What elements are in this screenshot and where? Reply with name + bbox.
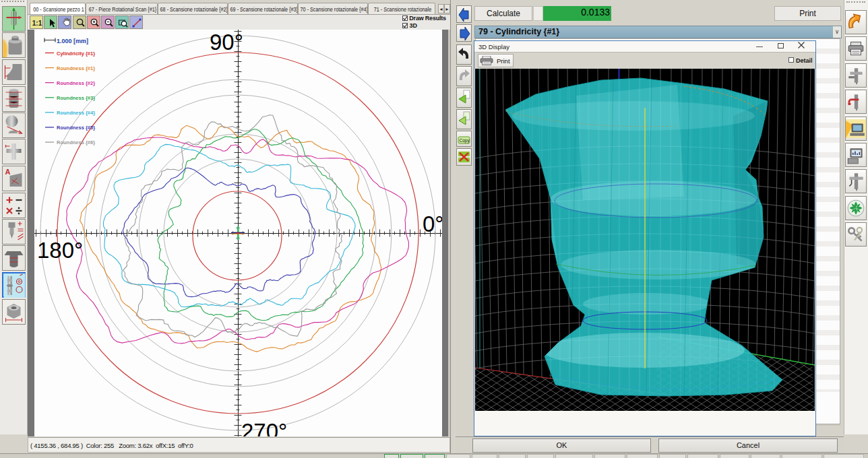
svg-text:1:1: 1:1 <box>32 20 42 27</box>
svg-text:1.000 [mm]: 1.000 [mm] <box>57 38 88 44</box>
svg-text:Cylindricity {#1}: Cylindricity {#1} <box>57 51 95 57</box>
svg-text:90°: 90° <box>210 30 243 55</box>
svg-text:Roundness {#5}: Roundness {#5} <box>57 125 95 131</box>
svg-text:0°: 0° <box>423 211 442 236</box>
svg-text:Roundness {#3}: Roundness {#3} <box>57 95 95 101</box>
svg-text:Roundness {#4}: Roundness {#4} <box>57 110 95 116</box>
svg-text:A: A <box>5 168 11 176</box>
svg-text:Copy: Copy <box>460 138 470 143</box>
svg-text:180°: 180° <box>37 238 83 263</box>
svg-text:270°: 270° <box>241 419 287 436</box>
svg-text:Roundness {#2}: Roundness {#2} <box>57 80 95 86</box>
svg-text:Roundness {#6}: Roundness {#6} <box>57 139 95 145</box>
svg-text:Roundness {#1}: Roundness {#1} <box>57 65 95 71</box>
